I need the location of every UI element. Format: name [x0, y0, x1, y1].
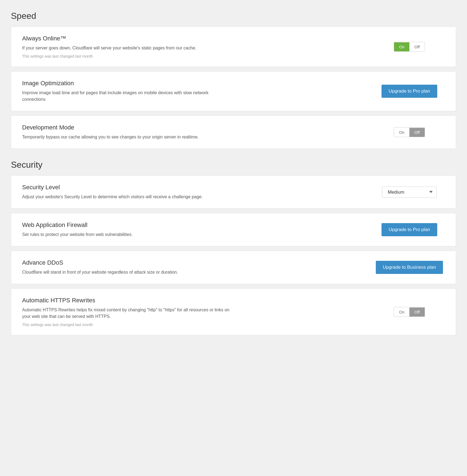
development-mode-toggle-on[interactable]: On	[394, 128, 409, 137]
image-optimization-action: Upgrade to Pro plan	[374, 85, 445, 98]
security-level-description: Adjust your website's Security Level to …	[22, 194, 230, 200]
development-mode-title: Development Mode	[22, 124, 230, 131]
security-level-title: Security Level	[22, 184, 230, 191]
web-application-firewall-description: Set rules to protect your website from w…	[22, 231, 230, 238]
development-mode-card: Development Mode Temporarily bypass our …	[11, 116, 456, 149]
security-level-content: Security Level Adjust your website's Sec…	[22, 184, 230, 200]
speed-section-title: Speed	[11, 11, 456, 21]
security-section-title: Security	[11, 160, 456, 170]
automatic-https-rewrites-card: Automatic HTTPS Rewrites Automatic HTTPS…	[11, 288, 456, 335]
security-level-dropdown[interactable]: Essentially Off Low Medium High I'm Unde…	[382, 187, 437, 198]
automatic-https-rewrites-toggle-on[interactable]: On	[394, 308, 409, 317]
web-application-firewall-card: Web Application Firewall Set rules to pr…	[11, 213, 456, 246]
security-level-card: Security Level Adjust your website's Sec…	[11, 175, 456, 209]
automatic-https-rewrites-content: Automatic HTTPS Rewrites Automatic HTTPS…	[22, 297, 230, 327]
web-application-firewall-action: Upgrade to Pro plan	[374, 223, 445, 236]
automatic-https-rewrites-toggle[interactable]: On Off	[394, 307, 425, 317]
advance-ddos-action: Upgrade to Business plan	[374, 261, 445, 274]
automatic-https-rewrites-title: Automatic HTTPS Rewrites	[22, 297, 230, 304]
development-mode-toggle-off[interactable]: Off	[409, 128, 425, 137]
image-optimization-description: Improve image load time and for pages th…	[22, 90, 230, 103]
advance-ddos-upgrade-button[interactable]: Upgrade to Business plan	[376, 261, 443, 274]
advance-ddos-description: Cloudflare will stand in front of your w…	[22, 269, 230, 276]
image-optimization-card: Image Optimization Improve image load ti…	[11, 71, 456, 111]
advance-ddos-card: Advance DDoS Cloudflare will stand in fr…	[11, 251, 456, 284]
image-optimization-upgrade-button[interactable]: Upgrade to Pro plan	[382, 85, 437, 98]
automatic-https-rewrites-toggle-off[interactable]: Off	[409, 308, 425, 317]
always-online-toggle[interactable]: On Off	[394, 42, 425, 52]
always-online-content: Always Online™ If your server goes down,…	[22, 35, 230, 58]
advance-ddos-content: Advance DDoS Cloudflare will stand in fr…	[22, 259, 230, 276]
always-online-meta: This settings was last changed last mont…	[22, 54, 230, 58]
always-online-card: Always Online™ If your server goes down,…	[11, 26, 456, 67]
image-optimization-content: Image Optimization Improve image load ti…	[22, 80, 230, 103]
always-online-action: On Off	[374, 42, 445, 52]
automatic-https-rewrites-meta: This settings was last changed last mont…	[22, 323, 230, 327]
development-mode-content: Development Mode Temporarily bypass our …	[22, 124, 230, 140]
security-level-action: Essentially Off Low Medium High I'm Unde…	[374, 187, 445, 198]
always-online-toggle-off[interactable]: Off	[409, 42, 425, 51]
advance-ddos-title: Advance DDoS	[22, 259, 230, 266]
image-optimization-title: Image Optimization	[22, 80, 230, 87]
always-online-description: If your server goes down, Cloudflare wil…	[22, 45, 230, 51]
always-online-title: Always Online™	[22, 35, 230, 42]
automatic-https-rewrites-description: Automatic HTTPS Rewrites helps fix mixed…	[22, 307, 230, 320]
development-mode-action: On Off	[374, 127, 445, 137]
web-application-firewall-title: Web Application Firewall	[22, 221, 230, 229]
development-mode-description: Temporarily bypass our cache allowing yo…	[22, 134, 230, 140]
web-application-firewall-upgrade-button[interactable]: Upgrade to Pro plan	[382, 223, 437, 236]
always-online-toggle-on[interactable]: On	[394, 42, 409, 51]
automatic-https-rewrites-action: On Off	[374, 307, 445, 317]
development-mode-toggle[interactable]: On Off	[394, 127, 425, 137]
web-application-firewall-content: Web Application Firewall Set rules to pr…	[22, 221, 230, 238]
